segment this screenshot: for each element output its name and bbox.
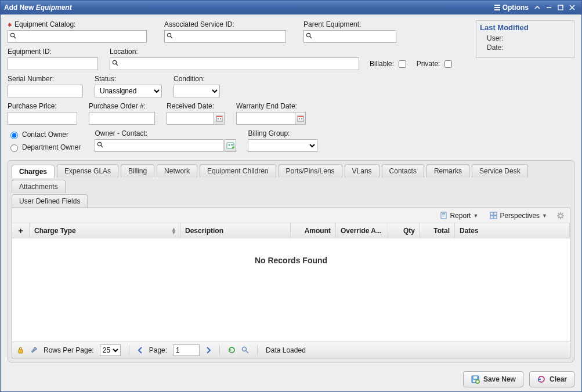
tab-network[interactable]: Network <box>157 164 197 177</box>
report-label: Report <box>450 212 471 220</box>
tab-expense-glas[interactable]: Expense GLAs <box>57 164 118 177</box>
department-owner-radio[interactable] <box>10 144 18 152</box>
tab-attachments[interactable]: Attachments <box>12 180 66 193</box>
body: Last Modified User: Date: Equipment Cata… <box>1 14 581 367</box>
svg-rect-33 <box>494 212 497 215</box>
department-owner-radio-label[interactable]: Department Owner <box>8 143 81 152</box>
billable-private-checks: Billable: Private: <box>370 57 454 70</box>
col-amount[interactable]: Amount <box>291 223 336 238</box>
svg-rect-45 <box>19 350 23 353</box>
billing-group-select[interactable] <box>248 139 317 152</box>
serial-number-input[interactable] <box>8 85 83 97</box>
options-label: Options <box>503 3 529 12</box>
refresh-button[interactable] <box>228 346 236 354</box>
svg-point-27 <box>232 147 234 149</box>
options-button[interactable]: Options <box>491 1 532 14</box>
purchase-order-field: Purchase Order #: <box>89 102 155 125</box>
perspectives-icon <box>490 212 497 219</box>
col-qty[interactable]: Qty <box>388 223 420 238</box>
minimize-icon <box>546 5 552 10</box>
maximize-button[interactable] <box>555 1 566 14</box>
owner-contact-input[interactable] <box>95 139 223 152</box>
svg-rect-15 <box>218 118 219 119</box>
owner-contact-lookup-button[interactable] <box>225 139 236 152</box>
tab-equipment-children[interactable]: Equipment Children <box>200 164 276 177</box>
lock-icon <box>17 346 24 354</box>
svg-rect-2 <box>494 9 500 10</box>
grid-footer: Rows Per Page: 25 Page: <box>12 342 570 358</box>
tab-user-defined-fields[interactable]: User Defined Fields <box>12 194 88 208</box>
tab-ports-pins-lens[interactable]: Ports/Pins/Lens <box>279 164 342 177</box>
page-input[interactable] <box>173 344 200 356</box>
tab-remarks[interactable]: Remarks <box>426 164 469 177</box>
report-icon <box>440 212 447 219</box>
search-button[interactable] <box>241 346 249 354</box>
lm-date-label: Date: <box>487 43 504 52</box>
col-override[interactable]: Override A... <box>336 223 388 238</box>
purchase-price-input[interactable] <box>8 112 77 125</box>
status-select[interactable]: Unassigned <box>95 85 162 97</box>
wrench-button[interactable] <box>30 346 38 354</box>
warranty-end-date-label: Warranty End Date: <box>236 102 306 110</box>
col-total[interactable]: Total <box>420 223 455 238</box>
tab-service-desk[interactable]: Service Desk <box>472 164 528 177</box>
svg-rect-28 <box>441 212 446 219</box>
serial-number-field: Serial Number: <box>8 75 83 97</box>
title-prefix: Add New <box>4 3 36 12</box>
svg-rect-19 <box>299 118 300 119</box>
col-description-label: Description <box>185 227 223 235</box>
save-new-button[interactable]: Save New <box>463 371 523 387</box>
tab-billing[interactable]: Billing <box>121 164 154 177</box>
svg-point-24 <box>229 144 230 146</box>
col-charge-type[interactable]: Charge Type ▲▼ <box>30 223 180 238</box>
purchase-order-input[interactable] <box>89 112 155 125</box>
chevron-right-icon <box>205 347 211 354</box>
prev-page-button[interactable] <box>138 347 143 354</box>
tab-content: Report ▼ Perspectives ▼ + <box>12 208 570 358</box>
add-row-button[interactable]: + <box>12 223 30 238</box>
received-date-label: Received Date: <box>167 102 225 110</box>
close-button[interactable] <box>566 1 578 14</box>
equipment-id-input[interactable] <box>8 57 98 70</box>
form-row-5: Contact Owner Department Owner Owner - C… <box>8 129 574 152</box>
grid-header: + Charge Type ▲▼ Description Amount Over… <box>12 223 570 238</box>
svg-line-47 <box>246 351 248 353</box>
equipment-catalog-input[interactable] <box>8 30 147 43</box>
parent-equipment-field: Parent Equipment: <box>303 20 396 43</box>
col-dates[interactable]: Dates <box>455 223 570 238</box>
window-title: Add New Equipment <box>4 3 72 12</box>
warranty-end-date-picker[interactable] <box>295 112 305 124</box>
svg-rect-20 <box>301 118 302 119</box>
collapse-button[interactable] <box>532 1 543 14</box>
contact-owner-radio-label[interactable]: Contact Owner <box>8 130 81 139</box>
chevron-down-icon: ▼ <box>473 213 478 219</box>
received-date-picker[interactable] <box>214 112 224 124</box>
last-modified-date: Date: <box>487 43 570 52</box>
col-charge-type-label: Charge Type <box>34 227 76 235</box>
rows-per-page-select[interactable]: 25 <box>100 344 121 356</box>
billable-checkbox[interactable] <box>399 60 406 68</box>
condition-select[interactable] <box>173 85 220 97</box>
private-checkbox[interactable] <box>444 60 452 68</box>
next-page-button[interactable] <box>205 347 211 354</box>
perspectives-button[interactable]: Perspectives ▼ <box>486 210 551 222</box>
location-input[interactable] <box>110 57 359 70</box>
tab-contacts[interactable]: Contacts <box>382 164 424 177</box>
grid-toolbar: Report ▼ Perspectives ▼ <box>12 208 570 223</box>
owner-contact-field: Owner - Contact: <box>95 129 236 152</box>
col-description[interactable]: Description <box>180 223 291 238</box>
contact-owner-radio[interactable] <box>10 132 18 139</box>
col-amount-label: Amount <box>305 227 331 235</box>
associated-service-id-input[interactable] <box>164 30 286 43</box>
minimize-button[interactable] <box>543 1 555 14</box>
last-modified-user: User: <box>487 34 570 42</box>
clear-button[interactable]: Clear <box>529 371 574 387</box>
location-label: Location: <box>110 48 359 56</box>
lock-button[interactable] <box>17 346 24 354</box>
parent-equipment-input[interactable] <box>303 30 396 43</box>
report-button[interactable]: Report ▼ <box>436 210 482 222</box>
tab-charges[interactable]: Charges <box>12 165 55 178</box>
tab-vlans[interactable]: VLans <box>345 164 379 177</box>
grid-settings-button[interactable] <box>555 210 566 222</box>
equipment-id-label: Equipment ID: <box>8 48 98 56</box>
